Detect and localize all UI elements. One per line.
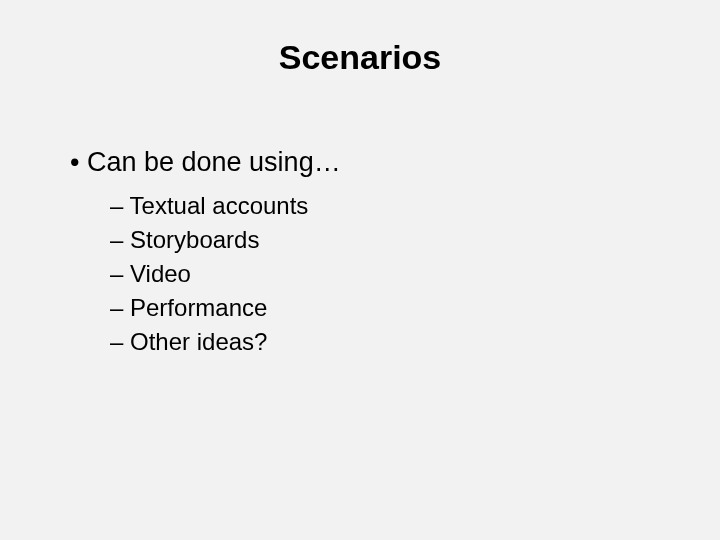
list-item: Video	[110, 260, 670, 288]
list-item: Performance	[110, 294, 670, 322]
list-item: Storyboards	[110, 226, 670, 254]
bullet-main: Can be done using…	[70, 147, 670, 178]
list-item: Other ideas?	[110, 328, 670, 356]
slide-title: Scenarios	[50, 38, 670, 77]
slide-container: Scenarios Can be done using… Textual acc…	[0, 0, 720, 540]
list-item: Textual accounts	[110, 192, 670, 220]
sub-bullet-list: Textual accounts Storyboards Video Perfo…	[110, 192, 670, 356]
